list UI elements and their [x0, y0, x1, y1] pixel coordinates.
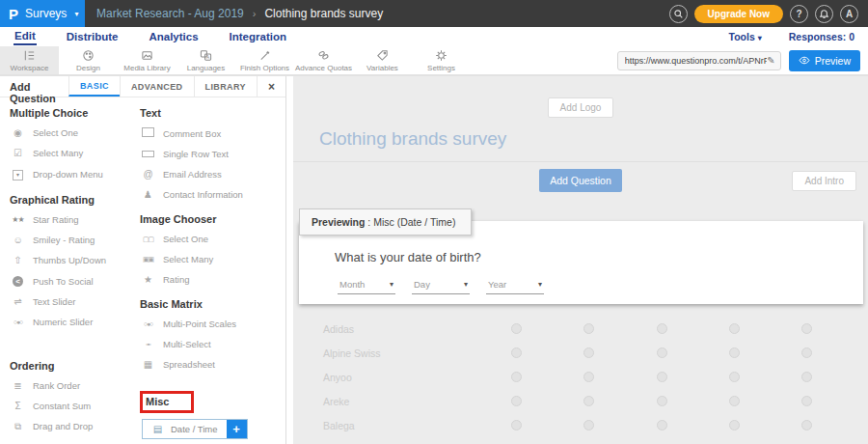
- toolbar-item-workspace[interactable]: Workspace: [0, 46, 59, 74]
- radio-button[interactable]: [801, 420, 812, 430]
- nav-right: Tools ▾ Responses: 0: [729, 31, 868, 42]
- radio-button[interactable]: [583, 347, 594, 358]
- qtype-dropdown-menu[interactable]: ▾Drop-down Menu: [10, 168, 140, 180]
- product-menu-label: Surveys: [25, 7, 67, 20]
- toolbar-item-variables[interactable]: Variables: [353, 46, 412, 74]
- add-date-time-button[interactable]: +: [227, 420, 247, 438]
- product-menu[interactable]: P Surveys ▾: [0, 0, 85, 27]
- responses-count[interactable]: Responses: 0: [789, 31, 854, 42]
- qtype-multi-select[interactable]: ▫▪▫Multi-Select: [140, 339, 285, 349]
- radio-button[interactable]: [657, 323, 667, 334]
- tab-basic[interactable]: BASIC: [68, 76, 120, 97]
- radio-button[interactable]: [511, 372, 522, 382]
- qtype-single-row-text[interactable]: Single Row Text: [140, 149, 285, 159]
- qtype-label: Rating: [163, 274, 189, 285]
- help-button[interactable]: ?: [790, 5, 808, 23]
- radio-button[interactable]: [657, 347, 667, 358]
- tools-menu[interactable]: Tools ▾: [729, 31, 762, 42]
- radio-button[interactable]: [729, 347, 740, 358]
- qtype-image-select-one[interactable]: ▢▢Select One: [140, 234, 285, 244]
- tab-library[interactable]: LIBRARY: [194, 76, 257, 97]
- qtype-numeric-slider[interactable]: ○●○Numeric Slider: [10, 317, 140, 327]
- qtype-image-rating[interactable]: ★Rating: [140, 274, 285, 285]
- add-question-button[interactable]: Add Question: [539, 169, 622, 192]
- preview-button[interactable]: Preview: [789, 50, 860, 71]
- stars-icon: ★★: [10, 214, 26, 225]
- nav-item-distribute[interactable]: Distribute: [66, 30, 120, 44]
- radio-button[interactable]: [511, 323, 522, 334]
- search-button[interactable]: [669, 5, 688, 23]
- breadcrumb-parent[interactable]: Market Research - Aug 2019: [96, 7, 244, 20]
- search-icon: [673, 9, 684, 19]
- qtype-push-to-social[interactable]: <Push To Social: [10, 275, 140, 287]
- qtype-thumbs-up-down[interactable]: ⇧Thumbs Up/Down: [10, 255, 140, 265]
- question-text: What is your date of birth?: [335, 250, 863, 264]
- add-logo-button[interactable]: Add Logo: [548, 97, 614, 118]
- survey-title[interactable]: Clothing brands survey: [319, 128, 868, 150]
- toolbar-item-media-library[interactable]: Media Library: [118, 46, 176, 74]
- upgrade-now-button[interactable]: Upgrade Now: [694, 5, 783, 23]
- radio-button[interactable]: [657, 420, 667, 430]
- radio-button[interactable]: [729, 372, 740, 382]
- radio-button[interactable]: [801, 347, 812, 358]
- nav-item-integration[interactable]: Integration: [229, 30, 287, 44]
- radio-icon: ◉: [10, 127, 26, 138]
- radio-button[interactable]: [801, 323, 812, 334]
- nav-item-analytics[interactable]: Analytics: [148, 30, 199, 44]
- toolbar-item-finish-options[interactable]: Finish Options: [235, 46, 294, 74]
- section-heading: Basic Matrix: [140, 298, 285, 310]
- radio-button[interactable]: [729, 323, 740, 334]
- qtype-star-rating[interactable]: ★★Star Rating: [10, 214, 140, 225]
- qtype-contact-information[interactable]: ♟Contact Information: [140, 189, 285, 200]
- close-panel-button[interactable]: ×: [257, 76, 285, 97]
- table-row: Balega: [293, 413, 868, 437]
- table-row: Alpine Swiss: [293, 341, 868, 365]
- toolbar-item-settings[interactable]: Settings: [412, 46, 471, 74]
- radio-button[interactable]: [511, 420, 522, 430]
- day-select[interactable]: Day▾: [412, 279, 470, 294]
- qtype-spreadsheet[interactable]: ▦Spreadsheet: [140, 359, 285, 370]
- qtype-image-select-many[interactable]: ▣▣Select Many: [140, 254, 285, 264]
- edit-url-icon[interactable]: ✎: [767, 55, 774, 66]
- qtype-constant-sum[interactable]: ΣConstant Sum: [10, 401, 140, 411]
- qtype-multi-point-scales[interactable]: ○●○Multi-Point Scales: [140, 319, 285, 329]
- radio-button[interactable]: [729, 420, 740, 430]
- qtype-select-one[interactable]: ◉Select One: [10, 127, 140, 138]
- radio-button[interactable]: [801, 372, 812, 382]
- qtype-label: Multi-Point Scales: [163, 319, 236, 329]
- radio-button[interactable]: [583, 420, 594, 430]
- radio-button[interactable]: [511, 396, 522, 406]
- qtype-text-slider[interactable]: ⇌Text Slider: [10, 296, 140, 307]
- toolbar-item-advance-quotas[interactable]: Advance Quotas: [294, 46, 353, 74]
- chevron-down-icon: ▾: [74, 10, 78, 18]
- gear-icon: [435, 49, 448, 62]
- qtype-email-address[interactable]: @Email Address: [140, 169, 285, 180]
- qtype-drag-and-drop[interactable]: ⧉Drag and Drop: [10, 421, 140, 431]
- qtype-label: Thumbs Up/Down: [33, 255, 106, 265]
- qtype-smiley-rating[interactable]: ☺Smiley - Rating: [10, 235, 140, 245]
- account-avatar[interactable]: A: [840, 5, 858, 23]
- radio-button[interactable]: [511, 347, 522, 358]
- radio-button[interactable]: [729, 396, 740, 406]
- survey-url-input[interactable]: [625, 56, 768, 66]
- qtype-label: Star Rating: [33, 214, 79, 225]
- radio-button[interactable]: [657, 396, 667, 406]
- toolbar-item-design[interactable]: Design: [59, 46, 118, 74]
- radio-button[interactable]: [801, 396, 812, 406]
- radio-button[interactable]: [583, 396, 594, 406]
- radio-button[interactable]: [583, 323, 594, 334]
- tab-advanced[interactable]: ADVANCED: [120, 76, 194, 97]
- qtype-comment-box[interactable]: Comment Box: [140, 127, 285, 139]
- qtype-rank-order[interactable]: ≣Rank Order: [10, 380, 140, 391]
- notifications-button[interactable]: [815, 5, 833, 23]
- year-select[interactable]: Year▾: [486, 279, 544, 294]
- nav-item-edit[interactable]: Edit: [14, 29, 37, 45]
- add-intro-button[interactable]: Add Intro: [792, 171, 856, 191]
- toolbar-item-languages[interactable]: A Languages: [176, 46, 235, 74]
- qtype-select-many[interactable]: ☑Select Many: [10, 148, 140, 158]
- radio-button[interactable]: [583, 372, 594, 382]
- month-select[interactable]: Month▾: [338, 279, 395, 294]
- qtype-date-time[interactable]: ▤ Date / Time +: [142, 419, 248, 439]
- radio-button[interactable]: [657, 372, 667, 382]
- qtype-label: Multi-Select: [163, 339, 211, 349]
